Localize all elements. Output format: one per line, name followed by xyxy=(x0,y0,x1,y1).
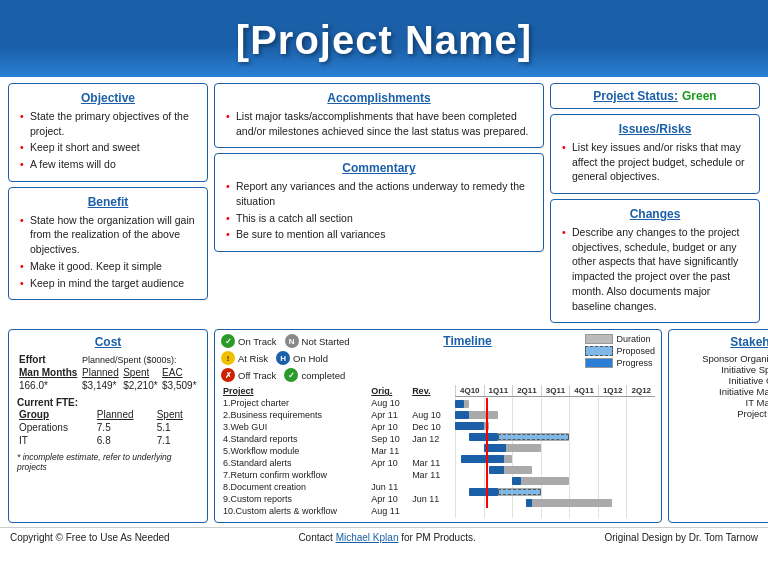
not-started-icon: N xyxy=(285,334,299,348)
gantt-col-2q12: 2Q12 xyxy=(626,385,655,396)
stakeholder-row: Project Office:TBD xyxy=(677,408,768,419)
today-line xyxy=(486,398,488,508)
stakeholder-row: Sponsor Organization:Operations xyxy=(677,353,768,364)
not-started-icon-item: N Not Started xyxy=(285,334,350,348)
contact-link[interactable]: Michael Kplan xyxy=(336,532,399,543)
project-table: Project Orig. Rev. 1.Project charterAug … xyxy=(221,385,451,517)
contact-text: Contact xyxy=(298,532,335,543)
on-track-label: On Track xyxy=(238,336,277,347)
legend-duration: Duration xyxy=(585,334,655,344)
completed-label: completed xyxy=(301,370,345,381)
list-item: Describe any changes to the project obje… xyxy=(560,225,750,313)
proposed-label: Proposed xyxy=(616,346,655,356)
top-row: Objective State the primary objectives o… xyxy=(8,83,760,323)
gantt-col-1q12: 1Q12 xyxy=(598,385,627,396)
completed-icon: ✓ xyxy=(284,368,298,382)
gantt-col-4q10: 4Q10 xyxy=(455,385,484,396)
row1-planned: $3,149* xyxy=(80,379,121,392)
gantt-col-3q11: 3Q11 xyxy=(541,385,570,396)
col-eac: EAC xyxy=(160,366,199,379)
off-track-icon-item: ✗ Off Track xyxy=(221,368,276,382)
row1-spent: $2,210* xyxy=(121,379,160,392)
on-hold-icon: H xyxy=(276,351,290,365)
list-item: Keep in mind the target audience xyxy=(18,276,198,291)
cost-footnote: * incomplete estimate, refer to underlyi… xyxy=(17,452,199,472)
copyright: Copyright © Free to Use As Needed xyxy=(10,532,170,543)
commentary-card: Commentary Report any variances and the … xyxy=(214,153,544,252)
progress-label: Progress xyxy=(616,358,652,368)
list-item: Keep it short and sweet xyxy=(18,140,198,155)
middle-panel: Accomplishments List major tasks/accompl… xyxy=(214,83,544,323)
effort-label: Effort xyxy=(17,353,80,366)
stakeholders-table: Sponsor Organization:OperationsInitiativ… xyxy=(677,353,768,419)
col-spent: Spent xyxy=(121,366,160,379)
table-row: 6.Standard alertsApr 10Mar 11 xyxy=(221,457,451,469)
gantt-rows xyxy=(455,398,655,518)
status-icons-area: ✓ On Track N Not Started ! At Risk xyxy=(221,334,350,385)
list-item: State how the organization will gain fro… xyxy=(18,213,198,257)
timeline-gantt-area: Project Orig. Rev. 1.Project charterAug … xyxy=(221,385,655,518)
fte-col-group: Group xyxy=(17,408,95,421)
status-value: Green xyxy=(682,89,717,103)
main-content: Objective State the primary objectives o… xyxy=(0,77,768,525)
fte-row2-group: IT xyxy=(17,434,95,447)
status-card: Project Status: Green xyxy=(550,83,760,109)
fte-row1-group: Operations xyxy=(17,421,95,434)
on-hold-icon-item: H On Hold xyxy=(276,351,328,365)
accomplishments-card: Accomplishments List major tasks/accompl… xyxy=(214,83,544,148)
fte-row1-planned: 7.5 xyxy=(95,421,155,434)
objective-card: Objective State the primary objectives o… xyxy=(8,83,208,182)
gantt-col-1q11: 1Q11 xyxy=(484,385,513,396)
fte-label: Current FTE: xyxy=(17,397,199,408)
gantt-row xyxy=(455,409,655,420)
changes-card: Changes Describe any changes to the proj… xyxy=(550,199,760,323)
gantt-row xyxy=(455,464,655,475)
status-icons-row3: ✗ Off Track ✓ completed xyxy=(221,368,350,382)
col-man-months: Man Months xyxy=(17,366,80,379)
at-risk-label: At Risk xyxy=(238,353,268,364)
table-row: 2.Business requirementsApr 11Aug 10 xyxy=(221,409,451,421)
accomplishments-list: List major tasks/accomplishments that ha… xyxy=(224,109,534,138)
table-row: 5.Workflow moduleMar 11 xyxy=(221,445,451,457)
duration-label: Duration xyxy=(616,334,650,344)
objective-list: State the primary objectives of the proj… xyxy=(18,109,198,172)
stakeholder-row: IT Manager:Albert xyxy=(677,397,768,408)
timeline-title-area: Timeline xyxy=(350,334,586,351)
at-risk-icon-item: ! At Risk xyxy=(221,351,268,365)
table-row: 3.Web GUIApr 10Dec 10 xyxy=(221,421,451,433)
gantt-row xyxy=(455,442,655,453)
list-item: List key issues and/or risks that may af… xyxy=(560,140,750,184)
not-started-label: Not Started xyxy=(302,336,350,347)
commentary-list: Report any variances and the actions und… xyxy=(224,179,534,242)
contact-area: Contact Michael Kplan for PM Products. xyxy=(298,532,475,543)
changes-title: Changes xyxy=(560,207,750,221)
proj-col-orig: Orig. xyxy=(369,385,410,397)
timeline-legend-area: Duration Proposed Progress xyxy=(585,334,655,368)
proposed-box xyxy=(585,346,613,356)
legend-proposed: Proposed xyxy=(585,346,655,356)
cost-title: Cost xyxy=(17,335,199,349)
footer: Copyright © Free to Use As Needed Contac… xyxy=(0,527,768,547)
left-panel: Objective State the primary objectives o… xyxy=(8,83,208,323)
row1-eac: $3,509* xyxy=(160,379,199,392)
fte-col-spent: Spent xyxy=(155,408,199,421)
table-row: 1.Project charterAug 10 xyxy=(221,397,451,409)
contact-suffix: for PM Products. xyxy=(398,532,475,543)
duration-box xyxy=(585,334,613,344)
col-planned: Planned xyxy=(80,366,121,379)
on-track-icon: ✓ xyxy=(221,334,235,348)
legend-progress: Progress xyxy=(585,358,655,368)
progress-box xyxy=(585,358,613,368)
status-icons-row: ✓ On Track N Not Started xyxy=(221,334,350,348)
original-design: Original Design by Dr. Tom Tarnow xyxy=(604,532,758,543)
stakeholder-row: Initiative Owner:Davis xyxy=(677,375,768,386)
issues-title: Issues/Risks xyxy=(560,122,750,136)
bottom-row: Cost Effort Planned/Spent ($000s): Man M… xyxy=(8,329,760,523)
planned-spent-label: Planned/Spent ($000s): xyxy=(80,353,199,366)
gantt-row xyxy=(455,420,655,431)
table-row: 8.Document creationJun 11 xyxy=(221,481,451,493)
at-risk-icon: ! xyxy=(221,351,235,365)
gantt-row xyxy=(455,398,655,409)
list-item: A few items will do xyxy=(18,157,198,172)
table-row: 9.Custom reportsApr 10Jun 11 xyxy=(221,493,451,505)
